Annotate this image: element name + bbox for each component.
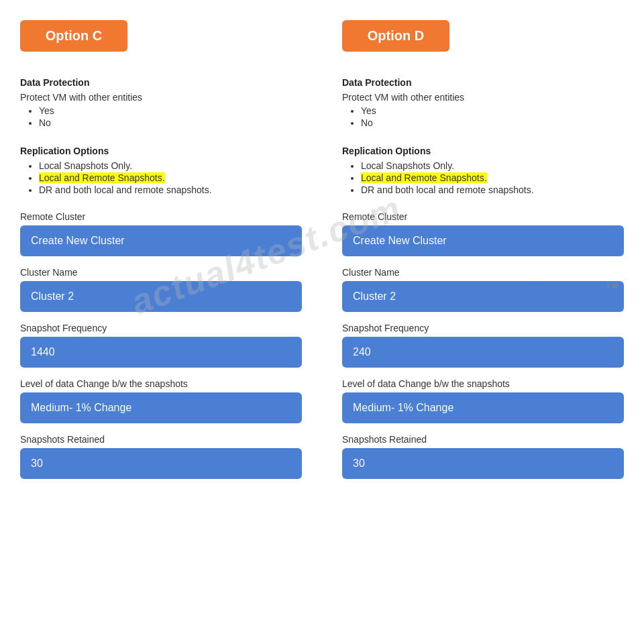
list-item: Local Snapshots Only.: [361, 160, 624, 171]
replication-options-title-left: Replication Options: [20, 146, 302, 156]
snapshot-freq-label-right: Snapshot Frequency: [342, 323, 624, 333]
list-item: Yes: [39, 105, 302, 116]
list-item: No: [361, 117, 624, 128]
list-item: DR and both local and remote snapshots.: [361, 184, 624, 195]
snapshots-retained-field-right[interactable]: 30: [342, 448, 624, 479]
level-data-label-right: Level of data Change b/w the snapshots: [342, 378, 624, 389]
data-protection-title-right: Data Protection: [342, 77, 624, 88]
snapshot-freq-field-left[interactable]: 1440: [20, 337, 302, 368]
replication-list-left: Local Snapshots Only. Local and Remote S…: [20, 160, 302, 197]
list-item: DR and both local and remote snapshots.: [39, 184, 302, 195]
list-item: Local Snapshots Only.: [39, 160, 302, 171]
protect-vm-options-right: Yes No: [342, 105, 624, 129]
list-item: No: [39, 117, 302, 128]
option-d-badge: Option D: [342, 20, 449, 52]
snapshots-retained-field-left[interactable]: 30: [20, 448, 302, 479]
snapshots-retained-label-right: Snapshots Retained: [342, 434, 624, 445]
snapshot-freq-field-right[interactable]: 240: [342, 337, 624, 368]
cluster-name-field-right[interactable]: Cluster 2: [342, 281, 624, 312]
remote-cluster-field-right[interactable]: Create New Cluster: [342, 225, 624, 256]
list-item-highlighted-left: Local and Remote Snapshots.: [39, 172, 302, 183]
protect-vm-options-left: Yes No: [20, 105, 302, 129]
protect-vm-text-right: Protect VM with other entities: [342, 92, 624, 103]
remote-cluster-label-right: Remote Cluster: [342, 211, 624, 222]
cluster-name-label-left: Cluster Name: [20, 267, 302, 278]
remote-cluster-field-left[interactable]: Create New Cluster: [20, 225, 302, 256]
remote-cluster-label-left: Remote Cluster: [20, 211, 302, 222]
level-data-label-left: Level of data Change b/w the snapshots: [20, 378, 302, 389]
snapshot-freq-label-left: Snapshot Frequency: [20, 323, 302, 333]
level-data-field-left[interactable]: Medium- 1% Change: [20, 392, 302, 423]
replication-options-title-right: Replication Options: [342, 146, 624, 156]
option-d-column: Option D Data Protection Protect VM with…: [329, 13, 637, 487]
cluster-name-field-left[interactable]: Cluster 2: [20, 281, 302, 312]
replication-list-right: Local Snapshots Only. Local and Remote S…: [342, 160, 624, 197]
cluster-name-label-right: Cluster Name: [342, 267, 624, 278]
list-item: Yes: [361, 105, 624, 116]
snapshots-retained-label-left: Snapshots Retained: [20, 434, 302, 445]
option-c-badge: Option C: [20, 20, 127, 52]
list-item-highlighted-right: Local and Remote Snapshots.: [361, 172, 624, 183]
protect-vm-text-left: Protect VM with other entities: [20, 92, 302, 103]
option-c-column: Option C Data Protection Protect VM with…: [7, 13, 315, 487]
level-data-field-right[interactable]: Medium- 1% Change: [342, 392, 624, 423]
data-protection-title-left: Data Protection: [20, 77, 302, 88]
